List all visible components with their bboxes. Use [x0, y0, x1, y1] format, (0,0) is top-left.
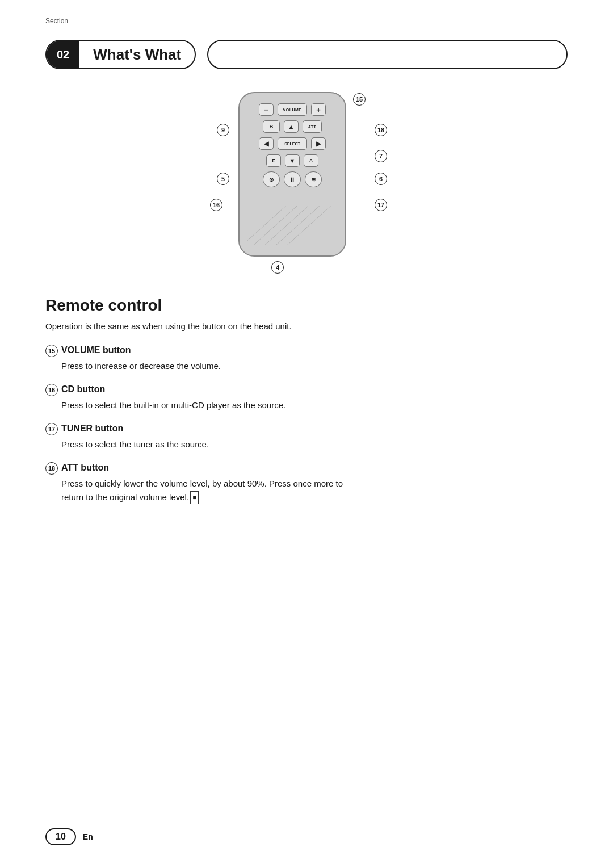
left-arrow-btn[interactable]: ◀ [259, 137, 274, 150]
b-btn[interactable]: B [263, 120, 280, 133]
callout-18: 18 [375, 124, 387, 136]
title-pill: 02 What's What [45, 40, 196, 69]
item-16-title: CD button [61, 384, 105, 395]
header-container: 02 What's What [45, 40, 568, 69]
remote-row-2: B ▲ ATT [263, 120, 322, 133]
item-15-desc: Press to increase or decrease the volume… [61, 359, 345, 372]
callout-6: 6 [375, 173, 387, 185]
svg-line-3 [270, 206, 326, 245]
language-label: En [83, 832, 93, 841]
vol-minus-btn[interactable]: − [259, 103, 274, 116]
item-16-badge: 16 [45, 384, 58, 396]
vol-plus-btn[interactable]: + [311, 103, 326, 116]
callout-9: 9 [217, 124, 229, 136]
remote-row-5: ⊙ ⏸ ≋ [263, 171, 322, 187]
item-15-badge: 15 [45, 345, 58, 357]
cd-btn[interactable]: ⊙ [263, 171, 280, 187]
svg-line-2 [259, 206, 315, 245]
item-18-title: ATT button [61, 463, 109, 473]
diagram-area: − VOLUME + B ▲ ATT ◀ SELECT ▶ [45, 86, 568, 279]
callout-4: 4 [271, 261, 284, 274]
item-17-badge: 17 [45, 423, 58, 435]
section-label: Section [45, 17, 68, 25]
item-15-title: VOLUME button [61, 345, 131, 355]
remote-row-3: ◀ SELECT ▶ [259, 137, 326, 150]
item-18-badge: 18 [45, 462, 58, 475]
end-mark: ■ [190, 491, 199, 504]
intro-text: Operation is the same as when using the … [45, 320, 318, 333]
item-17-desc: Press to select the tuner as the source. [61, 438, 345, 451]
remote-body: − VOLUME + B ▲ ATT ◀ SELECT ▶ [238, 92, 346, 257]
callout-5: 5 [217, 173, 229, 185]
f-btn[interactable]: F [266, 154, 281, 167]
remote-decoration [247, 206, 337, 245]
page-title: What's What [79, 46, 195, 64]
item-15-title-row: 15 VOLUME button [45, 345, 568, 357]
svg-line-0 [247, 206, 292, 245]
content-section: Remote control Operation is the same as … [45, 296, 568, 504]
item-18: 18 ATT button Press to quickly lower the… [45, 462, 568, 504]
down-arrow-btn[interactable]: ▼ [285, 154, 300, 167]
item-16: 16 CD button Press to select the built-i… [45, 384, 568, 412]
item-18-desc: Press to quickly lower the volume level,… [61, 477, 345, 504]
item-17: 17 TUNER button Press to select the tune… [45, 423, 568, 451]
pause-btn[interactable]: ⏸ [284, 171, 301, 187]
footer: 10 En [45, 828, 93, 845]
item-16-title-row: 16 CD button [45, 384, 568, 396]
svg-line-4 [281, 206, 337, 245]
select-btn[interactable]: SELECT [278, 137, 307, 150]
right-arrow-btn[interactable]: ▶ [311, 137, 326, 150]
page: Section 02 What's What − VOLUME + B ▲ [0, 0, 613, 868]
item-17-title: TUNER button [61, 423, 123, 434]
item-16-desc: Press to select the built-in or multi-CD… [61, 399, 345, 412]
callout-17: 17 [375, 199, 387, 211]
up-arrow-btn[interactable]: ▲ [284, 120, 299, 133]
remote-control-heading: Remote control [45, 296, 568, 315]
callout-16: 16 [210, 199, 222, 211]
callout-7: 7 [375, 150, 387, 162]
callout-15: 15 [353, 93, 366, 106]
svg-line-1 [247, 206, 304, 245]
remote-row-volume: − VOLUME + [259, 103, 326, 116]
remote-wrapper: − VOLUME + B ▲ ATT ◀ SELECT ▶ [204, 86, 409, 279]
a-btn[interactable]: A [304, 154, 318, 167]
header-right-box [207, 40, 568, 69]
remote-row-4: F ▼ A [266, 154, 318, 167]
tuner-btn[interactable]: ≋ [305, 171, 322, 187]
item-15: 15 VOLUME button Press to increase or de… [45, 345, 568, 372]
item-17-title-row: 17 TUNER button [45, 423, 568, 435]
vol-label-btn: VOLUME [278, 103, 307, 116]
item-18-title-row: 18 ATT button [45, 462, 568, 475]
att-btn[interactable]: ATT [303, 120, 322, 133]
page-number: 10 [45, 828, 76, 845]
section-number: 02 [47, 41, 79, 68]
